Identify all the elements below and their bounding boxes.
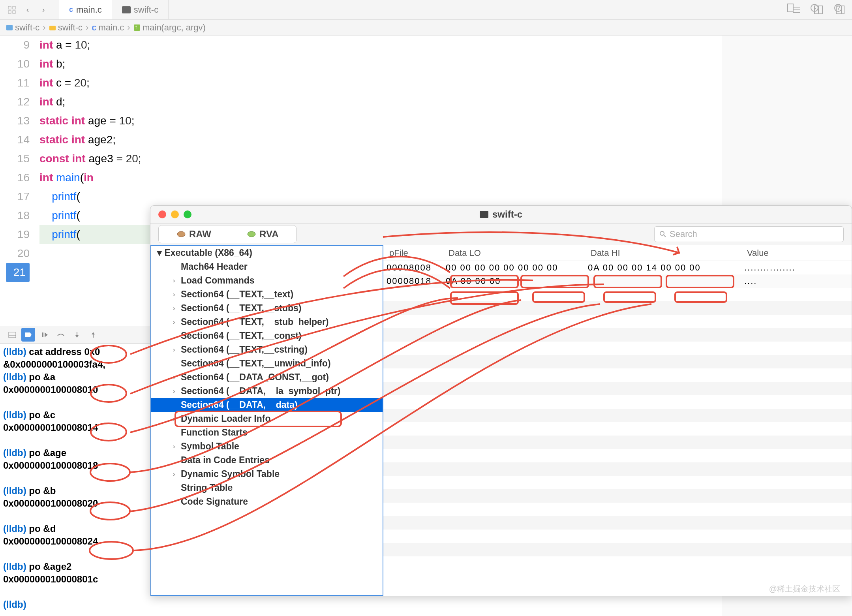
tree-item[interactable]: ›Dynamic Symbol Table: [151, 467, 383, 481]
rva-segment[interactable]: RVA: [229, 225, 296, 243]
step-in-button[interactable]: [70, 328, 84, 342]
svg-marker-21: [75, 335, 79, 338]
debug-console[interactable]: (lldb) cat address 0x0&0x0000000100003fa…: [0, 344, 150, 616]
tree-item[interactable]: Function Starts: [151, 426, 383, 439]
svg-point-30: [177, 231, 185, 237]
help-inspector-icon[interactable]: ?: [832, 2, 844, 14]
debug-toolbar: [0, 326, 150, 344]
console-line: (lldb) cat address 0x0: [3, 346, 147, 358]
tree-item[interactable]: Section64 (__TEXT,__unwind_info): [151, 357, 383, 370]
console-line: 0x0000000100008018: [3, 459, 147, 472]
forward-button[interactable]: ›: [38, 4, 49, 16]
console-line: (lldb) po &a: [3, 371, 147, 383]
breadcrumb-function[interactable]: f main(argc, argv): [133, 23, 206, 33]
line-number: 10: [0, 54, 30, 73]
tree-item[interactable]: Section64 (__DATA,__data): [151, 398, 383, 412]
tree-item[interactable]: ›Section64 (__DATA,__la_symbol_ptr): [151, 384, 383, 398]
tree-item[interactable]: ›Section64 (__TEXT,__cstring): [151, 343, 383, 357]
code-line: printf(: [39, 187, 722, 206]
console-line: (lldb): [3, 598, 147, 611]
line-number-current: 21: [6, 263, 30, 282]
maximize-window-button[interactable]: [184, 210, 191, 218]
svg-line-27: [814, 8, 816, 9]
window-title: swift-c: [480, 209, 522, 220]
hex-row[interactable]: 000080180A 00 00 00....: [383, 274, 852, 288]
back-button[interactable]: ‹: [22, 4, 34, 16]
svg-marker-19: [45, 332, 48, 337]
svg-marker-23: [92, 332, 95, 334]
code-line: int main(in: [39, 168, 722, 187]
hex-header-value: Value: [741, 248, 852, 258]
search-icon: [659, 231, 666, 238]
tree-item[interactable]: ▾ Executable (X86_64): [151, 246, 383, 260]
continue-button[interactable]: [38, 328, 51, 342]
console-line: 0x0000000100008014: [3, 421, 147, 434]
close-window-button[interactable]: [158, 210, 166, 218]
tree-panel[interactable]: ▾ Executable (X86_64)Mach64 Header›Load …: [150, 245, 383, 596]
window-titlebar[interactable]: swift-c: [150, 206, 852, 223]
minimize-window-button[interactable]: [171, 210, 179, 218]
console-line: 0x000000010000801c: [3, 573, 147, 586]
console-line: [3, 548, 147, 560]
svg-rect-0: [8, 6, 11, 9]
line-number: 14: [0, 130, 30, 149]
svg-rect-1: [13, 6, 15, 9]
tree-item[interactable]: Data in Code Entries: [151, 453, 383, 467]
c-file-icon: c: [69, 6, 73, 14]
tab-main-c[interactable]: c main.c: [59, 0, 112, 19]
hex-panel[interactable]: pFile Data LO Data HI Value 0000800800 0…: [383, 245, 852, 596]
tree-item[interactable]: ›Section64 (__TEXT,__text): [151, 287, 383, 301]
tree-item[interactable]: ›Section64 (__TEXT,__stubs): [151, 301, 383, 315]
line-number: 13: [0, 111, 30, 130]
breadcrumb-root[interactable]: swift-c: [6, 23, 39, 33]
svg-point-31: [248, 231, 255, 237]
svg-rect-11: [6, 25, 13, 30]
search-input[interactable]: Search: [654, 226, 844, 242]
view-mode-segment[interactable]: RAW RVA: [158, 225, 297, 243]
line-number: 11: [0, 73, 30, 92]
machoview-toolbar: RAW RVA Search: [150, 223, 852, 245]
tree-item[interactable]: ›Section64 (__TEXT,__stub_helper): [151, 315, 383, 329]
tree-item[interactable]: ›Dynamic Loader Info: [151, 412, 383, 426]
breakpoint-button[interactable]: [21, 328, 35, 342]
tree-item[interactable]: ›Load Commands: [151, 274, 383, 287]
line-number: 12: [0, 92, 30, 111]
hex-row[interactable]: 0000800800 00 00 00 00 00 00 000A 00 00 …: [383, 261, 852, 274]
hex-header-hi: Data HI: [585, 248, 664, 258]
tree-item[interactable]: Section64 (__TEXT,__const): [151, 329, 383, 343]
svg-rect-13: [134, 24, 140, 31]
console-line: (lldb) po &d: [3, 522, 147, 535]
terminal-icon: [122, 6, 131, 13]
tab-label: main.c: [76, 5, 102, 15]
line-number: 17: [0, 187, 30, 206]
svg-point-32: [660, 231, 664, 235]
tree-item[interactable]: ›Section64 (__DATA_CONST,__got): [151, 370, 383, 384]
navigator-icon[interactable]: [6, 4, 18, 16]
file-inspector-icon[interactable]: [785, 2, 797, 14]
tree-item[interactable]: ›Symbol Table: [151, 439, 383, 453]
console-line: 0x0000000100008024: [3, 535, 147, 548]
tree-item[interactable]: String Table: [151, 481, 383, 495]
svg-rect-18: [42, 332, 43, 337]
code-line: static int age2;: [39, 130, 722, 149]
history-inspector-icon[interactable]: [809, 2, 820, 14]
breadcrumb-folder[interactable]: swift-c: [49, 23, 83, 33]
console-line: (lldb) po &c: [3, 409, 147, 421]
hex-header-lo: Data LO: [443, 248, 585, 258]
tree-item[interactable]: Code Signature: [151, 495, 383, 509]
svg-line-33: [664, 235, 666, 237]
tab-swift-c[interactable]: swift-c: [112, 0, 169, 19]
raw-segment[interactable]: RAW: [159, 225, 229, 243]
code-line: int b;: [39, 54, 722, 73]
code-line: int a = 10;: [39, 36, 722, 54]
top-toolbar: ‹ › c main.c swift-c: [0, 0, 852, 20]
breadcrumb-file[interactable]: c main.c: [92, 23, 124, 33]
hex-header-pfile: pFile: [383, 248, 443, 258]
hide-debug-button[interactable]: [5, 328, 19, 342]
step-over-button[interactable]: [54, 328, 68, 342]
console-line: [3, 510, 147, 522]
step-out-button[interactable]: [86, 328, 100, 342]
tree-item[interactable]: Mach64 Header: [151, 260, 383, 274]
watermark: @稀土掘金技术社区: [769, 584, 840, 594]
console-line: (lldb) po &age: [3, 447, 147, 459]
